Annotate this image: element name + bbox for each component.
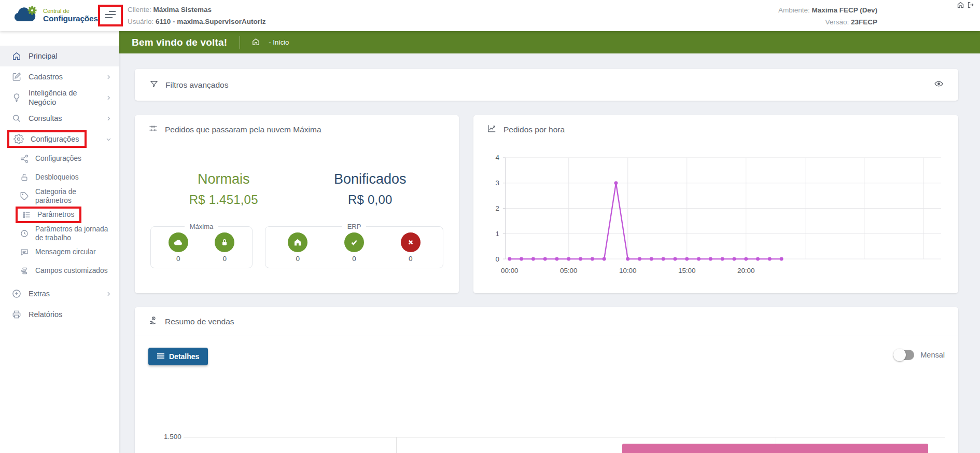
share-nodes-icon: [20, 154, 29, 163]
filters-title: Filtros avançados: [165, 80, 228, 90]
bonificados-value: R$ 0,00: [297, 193, 444, 207]
logo-line1: Central de: [43, 8, 98, 15]
sales-bar: [622, 444, 928, 453]
chevron-right-icon: [105, 115, 112, 122]
sidebar-subitem-configuracoes[interactable]: Configurações: [0, 149, 119, 168]
sidebar-item-extras[interactable]: Extras: [0, 283, 119, 304]
svg-text:1: 1: [495, 230, 499, 238]
window-corner-actions: [957, 1, 975, 11]
sales-card-header: Resumo de vendas: [135, 307, 958, 336]
client-value: Máxima Sistemas: [153, 6, 212, 13]
sidebar-item-cadastros[interactable]: Cadastros: [0, 66, 119, 87]
check-count: 0: [352, 255, 356, 263]
sidebar-item-label: Principal: [29, 51, 58, 61]
logo-text: Central de Configurações: [43, 8, 98, 23]
svg-text:4: 4: [495, 154, 499, 161]
user-value: 6110 - maxima.SupervisorAutoriz: [156, 18, 265, 25]
breadcrumb-label: - Início: [269, 38, 289, 46]
edit-icon: [11, 72, 22, 82]
cancel-counter: 0: [401, 232, 421, 263]
sidebar-subitem-mensagem-circular[interactable]: Mensagem circular: [0, 243, 119, 262]
sidebar-item-label: Parâmetros da jornada de trabalho: [35, 225, 112, 242]
top-header: Central de Configurações Cliente: Máxima…: [0, 0, 980, 31]
toggle-label: Mensal: [920, 351, 945, 359]
sidebar-item-principal[interactable]: Principal: [0, 46, 119, 66]
app-logo: Central de Configurações: [12, 6, 98, 25]
sidebar-item-consultas[interactable]: Consultas: [0, 108, 119, 129]
environment-row: Ambiente: Maxima FECP (Dev): [778, 4, 877, 16]
sales-y-tick: 1.500: [164, 433, 181, 441]
check-icon: [344, 232, 364, 252]
sidebar-subitem-campos-customizados[interactable]: Campos customizados: [0, 262, 119, 280]
advanced-filters-panel[interactable]: Filtros avançados: [135, 69, 958, 101]
home-count: 0: [296, 255, 300, 263]
brand-zone: Central de Configurações: [0, 5, 119, 26]
environment-info: Ambiente: Maxima FECP (Dev) Versão: 23FE…: [778, 4, 877, 28]
svg-text:00:00: 00:00: [501, 267, 519, 274]
sidebar-item-label: Inteligência de Negócio: [29, 88, 95, 107]
hourly-chart-area: 0123400:0005:0010:0015:0020:00: [473, 144, 958, 293]
sidebar-item-label: Relatórios: [29, 310, 62, 319]
hourly-card-header: Pedidos por hora: [473, 115, 958, 144]
details-button[interactable]: Detalhes: [148, 348, 208, 365]
svg-text:20:00: 20:00: [737, 267, 755, 274]
search-icon: [11, 113, 22, 123]
lock-count: 0: [222, 255, 227, 263]
sidebar-item-configuracoes[interactable]: Configurações: [0, 129, 119, 149]
normais-value: R$ 1.451,05: [150, 193, 297, 207]
sales-gridline-vertical: [396, 437, 397, 453]
sales-gridline-horizontal: [184, 437, 945, 437]
normais-label: Normais: [150, 171, 297, 187]
user-label: Usuário:: [128, 18, 153, 25]
erp-status-group: ERP 0: [265, 223, 443, 268]
message-icon: [20, 248, 29, 257]
sidebar-nav: Principal Cadastros Inteligência de Negó…: [0, 31, 119, 453]
home-icon[interactable]: [957, 1, 964, 11]
sidebar-subitem-parametros[interactable]: Parâmetros: [0, 205, 119, 224]
sidebar-subitem-categoria-de-parametros[interactable]: Categoria de parâmetros: [0, 187, 119, 205]
app-window: Central de Configurações Cliente: Máxima…: [0, 0, 980, 453]
normais-block: Normais R$ 1.451,05: [150, 171, 297, 207]
cloud-gear-logo-icon: [12, 6, 39, 25]
lock-icon: [215, 232, 234, 252]
sidebar-toggle-highlight-box: [98, 5, 123, 26]
cancel-count: 0: [409, 255, 413, 263]
orders-card-body: Normais R$ 1.451,05 Bonificados R$ 0,00: [135, 144, 459, 293]
breadcrumb[interactable]: - Início: [251, 37, 289, 48]
hamburger-menu-icon[interactable]: [104, 12, 117, 21]
highlight-box-configuracoes: Configurações: [7, 130, 87, 148]
logout-icon[interactable]: [967, 1, 975, 11]
svg-text:05:00: 05:00: [560, 267, 578, 274]
sidebar-item-label: Extras: [29, 289, 50, 298]
environment-value: Maxima FECP (Dev): [811, 6, 877, 14]
lock-counter: 0: [215, 232, 234, 263]
svg-text:2: 2: [495, 204, 499, 212]
client-row: Cliente: Máxima Sistemas: [128, 4, 265, 16]
sliders-icon: [148, 123, 158, 135]
sidebar-item-label: Consultas: [29, 114, 62, 123]
sidebar-subitem-desbloqueios[interactable]: Desbloqueios: [0, 168, 119, 187]
sidebar-item-label: Configurações: [35, 154, 81, 163]
svg-text:0: 0: [495, 255, 499, 263]
tag-icon: [20, 191, 29, 201]
monthly-toggle[interactable]: [893, 350, 914, 360]
layers-icon: [20, 266, 29, 276]
cloud-icon: [169, 232, 188, 252]
home-icon: [288, 232, 307, 252]
cloud-counter: 0: [169, 232, 188, 263]
home-icon: [251, 37, 260, 48]
maxima-status-group: Máxima 0: [150, 223, 253, 268]
sidebar-item-label: Parâmetros: [37, 210, 74, 219]
sidebar-item-label: Desbloqueios: [35, 173, 79, 182]
erp-group-label: ERP: [342, 223, 367, 230]
environment-label: Ambiente:: [778, 6, 810, 14]
sidebar-item-label: Campos customizados: [35, 266, 108, 275]
eye-icon[interactable]: [934, 79, 944, 91]
plus-circle-icon: [11, 289, 22, 299]
sidebar-item-label: Mensagem circular: [35, 248, 96, 256]
x-icon: [401, 232, 421, 252]
sidebar-item-inteligencia-de-negocio[interactable]: Inteligência de Negócio: [0, 87, 119, 108]
gear-icon: [13, 134, 24, 144]
sidebar-item-relatorios[interactable]: Relatórios: [0, 304, 119, 325]
sidebar-subitem-parametros-da-jornada[interactable]: Parâmetros da jornada de trabalho: [0, 224, 119, 243]
